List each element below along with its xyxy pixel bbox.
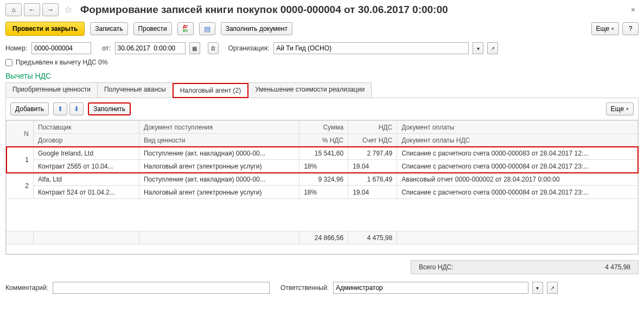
- date-input[interactable]: [115, 42, 186, 54]
- help-button[interactable]: ?: [622, 22, 639, 35]
- comment-input[interactable]: [53, 282, 270, 294]
- date-label: от:: [102, 44, 110, 52]
- table-row[interactable]: 1 Google Ireland, Ltd Поступление (акт, …: [7, 147, 638, 160]
- cell-pct: 18%: [299, 160, 348, 173]
- move-up-button[interactable]: ⬆: [53, 102, 67, 115]
- table-more-button[interactable]: Еще: [606, 102, 634, 115]
- forward-button[interactable]: →: [42, 3, 59, 16]
- cell-contract: Контракт 2565 от 10.04...: [34, 160, 139, 173]
- section-title: Вычеты НДС: [0, 68, 644, 82]
- timeline-icon[interactable]: 🗓: [208, 42, 219, 54]
- cell-nds: 1 678,49: [348, 173, 397, 186]
- move-down-button[interactable]: ⬇: [69, 102, 84, 115]
- footer-sum: 24 866,56: [299, 231, 348, 244]
- cell-pay-nds: Списание с расчетного счета 0000-000084 …: [397, 160, 638, 173]
- more-button[interactable]: Еще: [591, 22, 619, 35]
- cell-pct: 18%: [299, 186, 348, 199]
- cell-supplier: Alfa, Ltd: [34, 173, 139, 186]
- cell-kind: Налоговый агент (электронные услуги): [139, 186, 299, 199]
- cell-acct: 19.04: [348, 160, 397, 173]
- col-n: N: [7, 121, 34, 147]
- cell-supplier: Google Ireland, Ltd: [34, 147, 139, 160]
- cell-sum: 9 324,96: [299, 173, 348, 186]
- comment-label: Комментарий:: [5, 284, 48, 292]
- resp-input[interactable]: [333, 282, 528, 294]
- document-icon: ▤: [204, 25, 211, 33]
- cell-acct: 19.04: [348, 186, 397, 199]
- fill-button[interactable]: Заполнить: [88, 102, 131, 115]
- tab-values[interactable]: Приобретенные ценности: [5, 82, 98, 98]
- col-contract: Договор: [34, 134, 139, 147]
- cell-pay: Списание с расчетного счета 0000-000083 …: [397, 147, 638, 160]
- home-button[interactable]: ⌂: [5, 3, 22, 16]
- report-button[interactable]: ▤: [199, 22, 215, 35]
- col-sum: Сумма: [299, 121, 348, 134]
- dtkt-button[interactable]: ДтКт: [177, 22, 194, 35]
- post-button[interactable]: Провести: [133, 22, 172, 35]
- col-nds: НДС: [348, 121, 397, 134]
- vat0-checkbox[interactable]: [5, 59, 12, 66]
- close-icon[interactable]: ×: [628, 5, 639, 14]
- empty-row: [7, 244, 638, 254]
- org-open-icon[interactable]: ↗: [487, 42, 498, 54]
- cell-pay: Авансовый отчет 0000-000002 от 28.04.201…: [397, 173, 638, 186]
- tab-decrease[interactable]: Уменьшение стоимости реализации: [248, 82, 372, 98]
- table-row[interactable]: Контракт 524 от 01.04.2... Налоговый аге…: [7, 186, 638, 199]
- table-footer: 24 866,56 4 475,98: [7, 231, 638, 244]
- totals-box: Всего НДС: 4 475,98: [411, 260, 639, 274]
- col-kind: Вид ценности: [139, 134, 299, 147]
- page-title: Формирование записей книги покупок 0000-…: [80, 4, 448, 16]
- col-pay-nds: Документ оплаты НДС: [397, 134, 638, 147]
- totals-label: Всего НДС:: [419, 263, 454, 271]
- cell-nds: 2 797,49: [348, 147, 397, 160]
- cell-doc: Поступление (акт, накладная) 0000-00...: [139, 173, 299, 186]
- org-input[interactable]: [273, 42, 469, 54]
- post-and-close-button[interactable]: Провести и закрыть: [5, 22, 85, 36]
- favorite-icon[interactable]: ☆: [64, 4, 73, 16]
- cell-contract: Контракт 524 от 01.04.2...: [34, 186, 139, 199]
- col-doc: Документ поступления: [139, 121, 299, 134]
- number-input[interactable]: [31, 42, 91, 54]
- vat0-label: Предъявлен к вычету НДС 0%: [16, 59, 107, 66]
- cell-n: 2: [7, 173, 34, 199]
- number-label: Номер:: [5, 44, 27, 52]
- resp-dropdown-icon[interactable]: ▾: [532, 282, 543, 294]
- cell-doc: Поступление (акт, накладная) 0000-00...: [139, 147, 299, 160]
- save-button[interactable]: Записать: [90, 22, 127, 35]
- org-dropdown-icon[interactable]: ▾: [473, 42, 483, 54]
- empty-row: [7, 199, 638, 231]
- table-row[interactable]: Контракт 2565 от 10.04... Налоговый аген…: [7, 160, 638, 173]
- cell-n: 1: [7, 147, 34, 173]
- back-button[interactable]: ←: [24, 3, 40, 16]
- cell-sum: 15 541,60: [299, 147, 348, 160]
- tab-advances[interactable]: Полученные авансы: [97, 82, 173, 98]
- calendar-icon[interactable]: ▦: [189, 42, 200, 54]
- tab-tax-agent[interactable]: Налоговый агент (2): [173, 83, 249, 98]
- add-button[interactable]: Добавить: [10, 102, 49, 115]
- org-label: Организация:: [228, 44, 270, 52]
- col-supplier: Поставщик: [34, 121, 139, 134]
- cell-kind: Налоговый агент (электронные услуги): [139, 160, 299, 173]
- resp-open-icon[interactable]: ↗: [547, 282, 558, 294]
- table-row[interactable]: 2 Alfa, Ltd Поступление (акт, накладная)…: [7, 173, 638, 186]
- col-pay: Документ оплаты: [397, 121, 638, 134]
- col-pct: % НДС: [299, 134, 348, 147]
- totals-value: 4 475,98: [605, 263, 630, 271]
- resp-label: Ответственный:: [280, 284, 329, 292]
- footer-nds: 4 475,98: [348, 231, 397, 244]
- col-acct: Счет НДС: [348, 134, 397, 147]
- cell-pay-nds: Списание с расчетного счета 0000-000084 …: [397, 186, 638, 199]
- fill-document-button[interactable]: Заполнить документ: [221, 22, 292, 35]
